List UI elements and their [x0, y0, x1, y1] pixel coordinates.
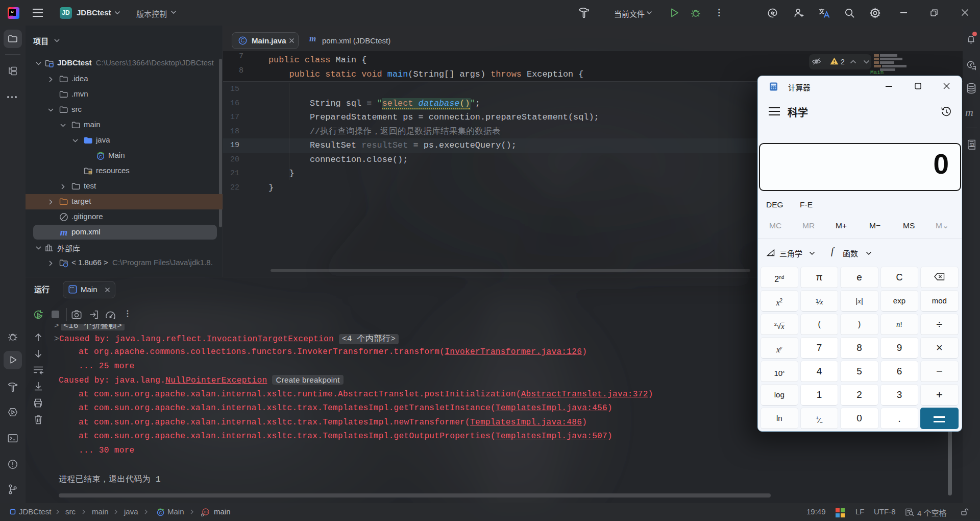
- svg-text:C: C: [159, 510, 162, 515]
- svg-text:m: m: [204, 509, 207, 514]
- svg-text:m: m: [60, 228, 68, 237]
- svg-text:C: C: [99, 154, 103, 159]
- svg-text:C: C: [241, 37, 245, 43]
